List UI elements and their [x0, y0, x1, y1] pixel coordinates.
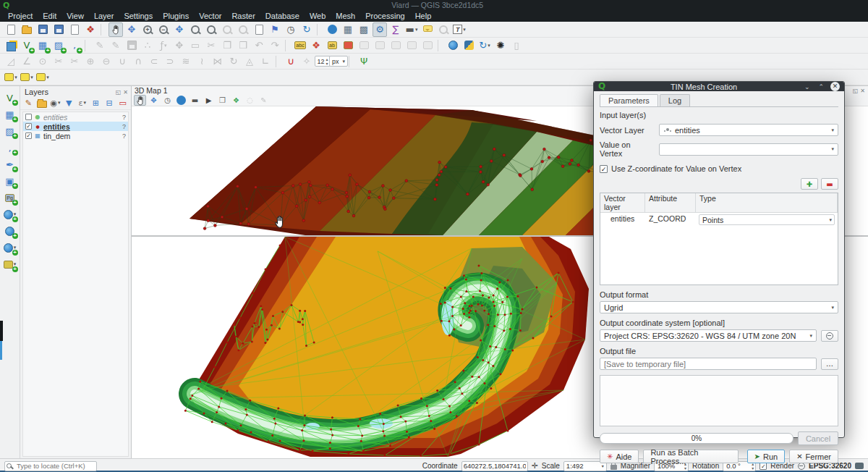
zoom-to-selection[interactable]: [188, 22, 203, 37]
scene-configuration[interactable]: ❖: [230, 95, 242, 106]
animations-3d[interactable]: ◷: [161, 95, 174, 106]
panel-float-icon[interactable]: ◱: [116, 89, 122, 96]
processing-toolbox[interactable]: ⚙: [373, 22, 387, 37]
zoom-in[interactable]: +: [140, 22, 155, 37]
collapse-all[interactable]: ⊟: [103, 97, 116, 109]
menu-raster[interactable]: Raster: [226, 10, 260, 22]
snapping-tolerance[interactable]: 12▴▾: [315, 54, 330, 69]
menu-database[interactable]: Database: [260, 10, 305, 22]
panel-close-icon[interactable]: ✕: [123, 89, 128, 96]
open-project[interactable]: [20, 22, 34, 37]
field-calculator[interactable]: ▩: [357, 22, 371, 37]
output-file-input[interactable]: [600, 358, 817, 370]
menu-processing[interactable]: Processing: [360, 10, 409, 22]
play-animation[interactable]: ▶: [203, 95, 215, 106]
camera-control[interactable]: [134, 95, 146, 106]
select-features[interactable]: ▾: [4, 70, 18, 85]
layer-styling-panel[interactable]: ✎: [22, 97, 35, 109]
new-project[interactable]: [4, 22, 18, 37]
filter-by-expression[interactable]: ε▾: [77, 97, 89, 109]
statistical-summary[interactable]: ∑: [388, 22, 403, 37]
layer-visibility-checkbox[interactable]: ✓: [25, 123, 32, 130]
layer-indicator-icon[interactable]: ?: [122, 114, 126, 121]
zoom-full-3d[interactable]: ✥: [148, 95, 160, 106]
dock-add-shapefile[interactable]: ▣+: [3, 174, 17, 188]
dock-add-wcs[interactable]: +: [3, 224, 17, 238]
plugin-reload[interactable]: ↻▾: [477, 38, 492, 53]
select-by-form[interactable]: ▾: [20, 70, 34, 85]
layer-visibility-checkbox[interactable]: ✓: [25, 132, 32, 139]
layer-indicator-icon[interactable]: ?: [122, 123, 126, 130]
pan-map[interactable]: [109, 22, 123, 37]
add-mesh-layer[interactable]: ▨+: [51, 38, 66, 53]
menu-project[interactable]: Project: [3, 10, 38, 22]
dock-add-vector[interactable]: V+: [3, 90, 17, 105]
browse-file-button[interactable]: …: [821, 358, 838, 370]
extent-tracking-icon[interactable]: ✛: [532, 461, 538, 471]
add-delimited-text-layer[interactable]: ,+: [67, 38, 82, 53]
close-button[interactable]: ✕Fermer: [789, 450, 838, 463]
output-crs-combo[interactable]: Project CRS: EPSG:32620 - WGS 84 / UTM z…: [600, 329, 817, 342]
menu-view[interactable]: View: [61, 10, 89, 22]
output-format-combo[interactable]: Ugrid▾: [600, 301, 838, 313]
manage-map-themes[interactable]: ◉▾: [49, 97, 61, 109]
layer-diagram[interactable]: ❖: [309, 38, 323, 53]
dialog-close-icon[interactable]: ✕: [830, 82, 840, 91]
new-print-layout[interactable]: [67, 22, 82, 37]
snapping-units[interactable]: px▾: [331, 54, 346, 69]
dialog-shade-icon[interactable]: ⌄: [802, 83, 812, 90]
save-project-as[interactable]: [51, 22, 66, 37]
locator-input[interactable]: [4, 461, 97, 471]
run-button[interactable]: ➤Run: [747, 450, 786, 463]
text-annotation[interactable]: T▾: [452, 22, 467, 37]
dock-add-delimited-text[interactable]: ,+: [3, 140, 17, 155]
menu-web[interactable]: Web: [305, 10, 331, 22]
labeling-rule[interactable]: [341, 38, 355, 53]
add-group[interactable]: [36, 97, 48, 109]
add-raster-layer[interactable]: ▦+: [35, 38, 50, 53]
use-z-checkbox[interactable]: ✓: [600, 165, 608, 173]
layer-item-entities[interactable]: ✓●entities?: [23, 122, 128, 131]
layer-item-tin_dem[interactable]: ✓▦tin_dem?: [23, 131, 128, 140]
tab-parameters[interactable]: Parameters: [600, 94, 658, 107]
map3d-float-icon[interactable]: ◱: [853, 88, 859, 94]
temporal-controller[interactable]: ◷: [284, 22, 298, 37]
coordinate-input[interactable]: [461, 461, 528, 471]
dock-add-raster[interactable]: ▦+: [3, 107, 17, 122]
deselect-features[interactable]: ▾: [35, 70, 50, 85]
vector-layer-combo[interactable]: entities▾: [659, 124, 838, 136]
dock-add-wfs[interactable]: +▾: [3, 240, 17, 255]
layer-indicator-icon[interactable]: ?: [122, 132, 126, 140]
expand-all[interactable]: ⊞: [90, 97, 102, 109]
remove-row-button[interactable]: ▬: [821, 178, 838, 190]
zoom-out[interactable]: −: [156, 22, 171, 37]
spatial-bookmarks[interactable]: ⚑: [268, 22, 282, 37]
dock-add-mesh[interactable]: ▨+: [3, 124, 17, 138]
layer-visibility-checkbox[interactable]: [25, 114, 32, 120]
enable-snapping[interactable]: ∪: [284, 54, 298, 69]
save-scene-image[interactable]: ❐: [216, 95, 229, 106]
menu-layer[interactable]: Layer: [89, 10, 119, 22]
vertex-editor[interactable]: Ψ: [357, 54, 371, 69]
zoom-to-layer[interactable]: [204, 22, 218, 37]
menu-settings[interactable]: Settings: [119, 10, 158, 22]
dock-add-postgis[interactable]: Pg+: [3, 190, 17, 205]
batch-button[interactable]: Run as Batch Process...: [643, 450, 738, 463]
menu-mesh[interactable]: Mesh: [331, 10, 360, 22]
identify-3d[interactable]: [175, 95, 187, 106]
open-attribute-table[interactable]: ▦: [341, 22, 355, 37]
pan-to-selection[interactable]: ✥: [124, 22, 139, 37]
messages-icon[interactable]: [855, 463, 864, 469]
refresh-map[interactable]: ↻: [299, 22, 314, 37]
labeling-single[interactable]: ab: [325, 38, 339, 53]
style-manager[interactable]: ❖: [83, 22, 98, 37]
menu-vector[interactable]: Vector: [194, 10, 226, 22]
save-project[interactable]: [35, 22, 50, 37]
metasearch[interactable]: [446, 38, 460, 53]
measure-line[interactable]: ▬▾: [404, 22, 419, 37]
map3d-close-icon[interactable]: ✕: [860, 88, 865, 94]
map-tips[interactable]: [420, 22, 435, 37]
menu-plugins[interactable]: Plugins: [158, 10, 194, 22]
measure-3d[interactable]: ▬: [189, 95, 201, 106]
filter-legend[interactable]: ▼: [63, 97, 75, 109]
